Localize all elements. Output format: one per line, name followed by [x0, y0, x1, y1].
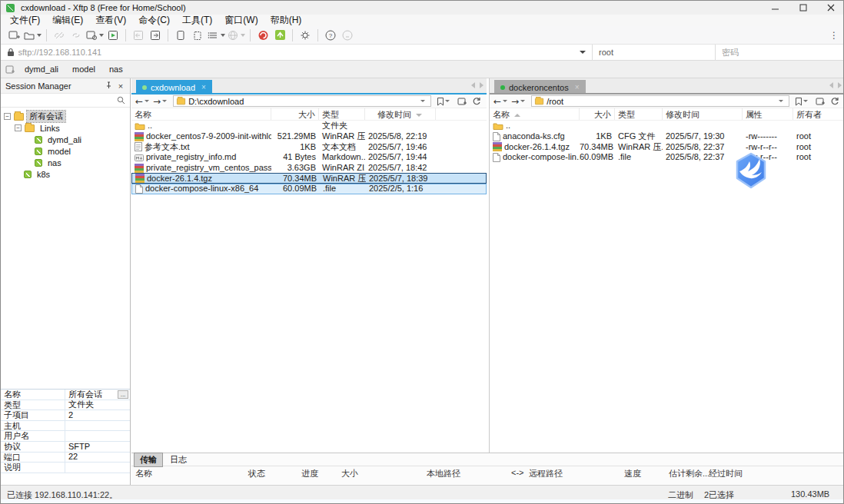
forward-button[interactable]: →: [511, 96, 519, 107]
forward-history-icon[interactable]: [520, 100, 525, 102]
xunlei-overlay-icon[interactable]: [732, 151, 770, 190]
open-dropdown-icon[interactable]: [37, 34, 42, 37]
more-button[interactable]: ...: [118, 390, 128, 399]
column-header-name[interactable]: 名称: [135, 468, 152, 479]
maximize-button[interactable]: [789, 1, 817, 15]
column-header-size[interactable]: 大小: [271, 108, 319, 120]
column-header-modified[interactable]: 修改时间: [365, 108, 436, 120]
reconnect-button[interactable]: [68, 28, 84, 43]
xftp-launcher-button[interactable]: [272, 28, 287, 43]
pin-icon[interactable]: [102, 81, 115, 91]
table-row[interactable]: anaconda-ks.cfg 1KB CFG 文件 2025/5/7, 19:…: [490, 131, 844, 142]
column-header-eta[interactable]: 估计剩余...: [669, 468, 709, 479]
toolbar-overflow-button[interactable]: ⋮: [828, 30, 840, 41]
session-search-row[interactable]: [1, 94, 130, 108]
menu-help[interactable]: 帮助(H): [264, 15, 308, 26]
disconnect-button[interactable]: [52, 28, 67, 43]
tab-transfer[interactable]: 传输: [134, 453, 163, 467]
panel-close-icon[interactable]: ×: [115, 81, 127, 91]
sidebar-item-dymd-ali[interactable]: dymd_ali: [1, 134, 130, 145]
sidebar-item-links[interactable]: − Links: [1, 122, 130, 134]
bookmark-dropdown-icon[interactable]: [803, 100, 808, 102]
column-header-type[interactable]: 类型: [319, 108, 365, 120]
local-device-button[interactable]: [173, 28, 188, 43]
refresh-button[interactable]: [830, 97, 839, 106]
column-header-speed[interactable]: 速度: [624, 468, 641, 479]
collapse-icon[interactable]: −: [15, 124, 22, 131]
new-tab-button[interactable]: [457, 97, 467, 106]
table-row[interactable]: private_registry_vm_centos_passwd12... 3…: [131, 163, 487, 174]
table-row[interactable]: private_registry_info.md 41 Bytes Markdo…: [131, 152, 487, 163]
path-dropdown-icon[interactable]: [779, 100, 783, 102]
settings-button[interactable]: [297, 28, 313, 43]
new-button[interactable]: [6, 28, 22, 43]
back-history-icon[interactable]: [503, 100, 507, 102]
encoding-dropdown-icon[interactable]: [241, 34, 245, 37]
column-header-size[interactable]: 大小: [341, 468, 358, 479]
table-row[interactable]: docker-26.1.4.tgz 70.34MB WinRAR 压... 20…: [490, 141, 844, 152]
menu-commands[interactable]: 命令(C): [132, 15, 176, 26]
column-header-status[interactable]: 状态: [248, 468, 265, 479]
xshell-launcher-button[interactable]: [255, 28, 271, 43]
tab-scroll-left-icon[interactable]: [471, 82, 475, 88]
tab-close-icon[interactable]: ×: [575, 83, 580, 91]
tab-close-icon[interactable]: ×: [201, 83, 206, 91]
new-tab-button[interactable]: [816, 97, 826, 106]
column-header-size[interactable]: 大小: [580, 108, 615, 120]
table-row[interactable]: 参考文本.txt 1KB 文本文档 2025/5/7, 19:46: [131, 141, 487, 152]
tab-scroll-right-icon[interactable]: [480, 82, 483, 88]
bookmark-button[interactable]: [437, 97, 453, 106]
column-header-name[interactable]: 名称: [131, 108, 271, 120]
host-url-dropdown-icon[interactable]: [580, 51, 586, 54]
table-row-selected[interactable]: docker-compose-linux-x86_64 60.09MB .fil…: [131, 184, 487, 194]
quick-link-model[interactable]: model: [72, 65, 95, 74]
menu-tools[interactable]: 工具(T): [176, 15, 218, 26]
collapse-icon[interactable]: −: [4, 113, 11, 120]
tab-scroll-right-icon[interactable]: [838, 82, 842, 88]
sidebar-item-model[interactable]: model: [1, 145, 130, 157]
column-header-type[interactable]: 类型: [615, 108, 663, 120]
tab-log[interactable]: 日志: [164, 453, 192, 466]
encoding-button[interactable]: [227, 28, 245, 43]
bookmark-button[interactable]: [795, 97, 811, 106]
view-list-button[interactable]: [207, 28, 225, 43]
table-row[interactable]: .. 文件夹: [131, 121, 487, 131]
column-header-progress[interactable]: 进度: [301, 468, 318, 479]
sidebar-item-all-sessions[interactable]: − 所有会话: [1, 111, 130, 122]
back-button[interactable]: ←: [493, 96, 501, 107]
session-properties-dropdown-icon[interactable]: [99, 34, 104, 37]
back-button[interactable]: ←: [135, 96, 143, 107]
password-input[interactable]: [722, 45, 844, 60]
quick-link-nas[interactable]: nas: [109, 65, 123, 74]
menu-edit[interactable]: 编辑(E): [46, 15, 89, 26]
local-path-field[interactable]: D:\cxdownload: [173, 95, 431, 107]
menu-view[interactable]: 查看(V): [89, 15, 132, 26]
about-button[interactable]: [340, 28, 355, 43]
table-row-selected[interactable]: docker-26.1.4.tgz 70.34MB WinRAR 压... 20…: [131, 173, 487, 184]
clipboard-button[interactable]: [190, 28, 205, 43]
bookmark-dropdown-icon[interactable]: [445, 100, 450, 102]
sidebar-item-nas[interactable]: nas: [1, 157, 130, 168]
quick-link-dymd-ali[interactable]: dymd_ali: [25, 65, 58, 74]
column-header-local-path[interactable]: 本地路径: [427, 468, 460, 479]
back-history-icon[interactable]: [145, 100, 149, 102]
column-header-name[interactable]: 名称: [490, 108, 580, 120]
host-url-input[interactable]: [18, 45, 577, 60]
help-button[interactable]: ?: [323, 28, 338, 43]
column-header-owner[interactable]: 所有者: [793, 108, 844, 120]
refresh-button[interactable]: [472, 97, 481, 106]
column-header-elapsed[interactable]: 经过时间: [709, 468, 743, 479]
column-header-permissions[interactable]: 属性: [743, 108, 793, 120]
minimize-button[interactable]: [762, 1, 789, 15]
table-row[interactable]: ..: [490, 121, 844, 131]
path-dropdown-icon[interactable]: [420, 100, 425, 102]
column-header-remote-path[interactable]: 远程路径: [529, 468, 563, 479]
column-header-modified[interactable]: 修改时间: [663, 108, 743, 120]
sidebar-item-k8s[interactable]: k8s: [1, 168, 130, 180]
column-header-direction[interactable]: <->: [511, 468, 524, 477]
session-properties-button[interactable]: [85, 28, 104, 43]
remote-path-field[interactable]: /root: [531, 95, 789, 107]
forward-button[interactable]: →: [153, 96, 161, 107]
menu-file[interactable]: 文件(F): [4, 15, 46, 26]
search-icon[interactable]: [117, 96, 125, 104]
